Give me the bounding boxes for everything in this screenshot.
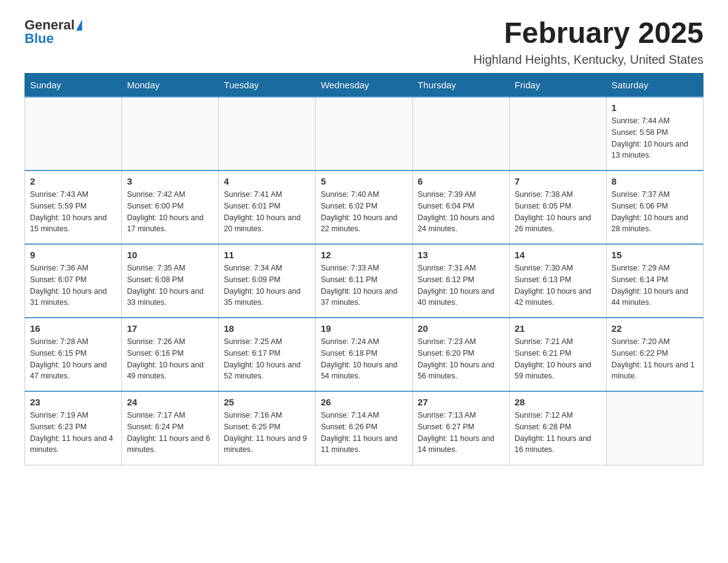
day-info: Sunrise: 7:21 AMSunset: 6:21 PMDaylight:… [515,336,601,382]
day-number: 19 [320,323,407,334]
calendar-week-row: 1Sunrise: 7:44 AMSunset: 5:58 PMDaylight… [25,97,703,170]
day-number: 15 [612,250,698,260]
day-info: Sunrise: 7:20 AMSunset: 6:22 PMDaylight:… [612,336,698,382]
day-number: 25 [224,397,310,407]
calendar-cell [122,97,219,170]
calendar-cell: 5Sunrise: 7:40 AMSunset: 6:02 PMDaylight… [316,170,412,244]
calendar-cell: 17Sunrise: 7:26 AMSunset: 6:16 PMDayligh… [122,318,219,391]
day-info: Sunrise: 7:29 AMSunset: 6:14 PMDaylight:… [612,262,698,308]
day-info: Sunrise: 7:24 AMSunset: 6:18 PMDaylight:… [320,336,407,382]
day-info: Sunrise: 7:34 AMSunset: 6:09 PMDaylight:… [224,262,310,308]
day-info: Sunrise: 7:17 AMSunset: 6:24 PMDaylight:… [127,410,213,456]
day-info: Sunrise: 7:43 AMSunset: 5:59 PMDaylight:… [30,189,116,235]
day-number: 22 [612,323,698,334]
day-number: 5 [320,176,407,186]
calendar-cell [219,97,316,170]
day-info: Sunrise: 7:33 AMSunset: 6:11 PMDaylight:… [320,262,407,308]
day-number: 20 [418,323,504,334]
day-info: Sunrise: 7:26 AMSunset: 6:16 PMDaylight:… [127,336,213,382]
day-number: 6 [418,176,504,186]
calendar-cell [606,391,703,465]
calendar-cell: 8Sunrise: 7:37 AMSunset: 6:06 PMDaylight… [606,170,703,244]
day-info: Sunrise: 7:40 AMSunset: 6:02 PMDaylight:… [320,189,407,235]
day-info: Sunrise: 7:41 AMSunset: 6:01 PMDaylight:… [224,189,310,235]
day-number: 21 [515,323,601,334]
calendar-week-row: 23Sunrise: 7:19 AMSunset: 6:23 PMDayligh… [25,391,703,465]
calendar-cell [25,97,122,170]
day-info: Sunrise: 7:13 AMSunset: 6:27 PMDaylight:… [418,410,504,456]
day-info: Sunrise: 7:42 AMSunset: 6:00 PMDaylight:… [127,189,213,235]
calendar-week-row: 16Sunrise: 7:28 AMSunset: 6:15 PMDayligh… [25,318,703,391]
calendar-header-tuesday: Tuesday [219,74,316,98]
calendar-cell: 28Sunrise: 7:12 AMSunset: 6:28 PMDayligh… [509,391,606,465]
calendar-header-saturday: Saturday [606,74,703,98]
calendar-cell: 3Sunrise: 7:42 AMSunset: 6:00 PMDaylight… [122,170,219,244]
calendar-cell: 11Sunrise: 7:34 AMSunset: 6:09 PMDayligh… [219,244,316,318]
day-info: Sunrise: 7:25 AMSunset: 6:17 PMDaylight:… [224,336,310,382]
title-section: February 2025 Highland Heights, Kentucky… [474,18,703,67]
day-number: 7 [515,176,601,186]
day-info: Sunrise: 7:39 AMSunset: 6:04 PMDaylight:… [418,189,504,235]
calendar-cell: 18Sunrise: 7:25 AMSunset: 6:17 PMDayligh… [219,318,316,391]
day-info: Sunrise: 7:30 AMSunset: 6:13 PMDaylight:… [515,262,601,308]
logo-triangle-icon [76,20,82,31]
page-header: General Blue February 2025 Highland Heig… [25,18,703,67]
calendar-header-monday: Monday [122,74,219,98]
calendar-week-row: 2Sunrise: 7:43 AMSunset: 5:59 PMDaylight… [25,170,703,244]
calendar-cell [509,97,606,170]
day-info: Sunrise: 7:16 AMSunset: 6:25 PMDaylight:… [224,410,310,456]
day-number: 28 [515,397,601,407]
calendar-cell: 26Sunrise: 7:14 AMSunset: 6:26 PMDayligh… [316,391,412,465]
day-number: 23 [30,397,116,407]
calendar-cell: 13Sunrise: 7:31 AMSunset: 6:12 PMDayligh… [412,244,509,318]
calendar-cell: 2Sunrise: 7:43 AMSunset: 5:59 PMDaylight… [25,170,122,244]
day-number: 4 [224,176,310,186]
calendar-header-row: SundayMondayTuesdayWednesdayThursdayFrid… [25,74,703,98]
calendar-cell [316,97,412,170]
calendar-cell: 4Sunrise: 7:41 AMSunset: 6:01 PMDaylight… [219,170,316,244]
calendar-header-sunday: Sunday [25,74,122,98]
day-number: 12 [320,250,407,260]
day-number: 26 [320,397,407,407]
day-info: Sunrise: 7:12 AMSunset: 6:28 PMDaylight:… [515,410,601,456]
month-year-title: February 2025 [474,18,703,48]
day-number: 16 [30,323,116,334]
day-info: Sunrise: 7:37 AMSunset: 6:06 PMDaylight:… [612,189,698,235]
calendar-cell: 14Sunrise: 7:30 AMSunset: 6:13 PMDayligh… [509,244,606,318]
day-number: 18 [224,323,310,334]
calendar-cell [412,97,509,170]
calendar-cell: 6Sunrise: 7:39 AMSunset: 6:04 PMDaylight… [412,170,509,244]
calendar-cell: 12Sunrise: 7:33 AMSunset: 6:11 PMDayligh… [316,244,412,318]
calendar-cell: 10Sunrise: 7:35 AMSunset: 6:08 PMDayligh… [122,244,219,318]
day-info: Sunrise: 7:14 AMSunset: 6:26 PMDaylight:… [320,410,407,456]
day-info: Sunrise: 7:36 AMSunset: 6:07 PMDaylight:… [30,262,116,308]
day-info: Sunrise: 7:44 AMSunset: 5:58 PMDaylight:… [612,115,698,161]
day-number: 9 [30,250,116,260]
calendar-cell: 27Sunrise: 7:13 AMSunset: 6:27 PMDayligh… [412,391,509,465]
calendar-table: SundayMondayTuesdayWednesdayThursdayFrid… [25,73,703,465]
day-info: Sunrise: 7:19 AMSunset: 6:23 PMDaylight:… [30,410,116,456]
calendar-header-thursday: Thursday [412,74,509,98]
day-number: 2 [30,176,116,186]
calendar-cell: 25Sunrise: 7:16 AMSunset: 6:25 PMDayligh… [219,391,316,465]
calendar-cell: 22Sunrise: 7:20 AMSunset: 6:22 PMDayligh… [606,318,703,391]
day-number: 3 [127,176,213,186]
calendar-header-friday: Friday [509,74,606,98]
day-info: Sunrise: 7:38 AMSunset: 6:05 PMDaylight:… [515,189,601,235]
calendar-week-row: 9Sunrise: 7:36 AMSunset: 6:07 PMDaylight… [25,244,703,318]
day-number: 13 [418,250,504,260]
calendar-cell: 7Sunrise: 7:38 AMSunset: 6:05 PMDaylight… [509,170,606,244]
calendar-header-wednesday: Wednesday [316,74,412,98]
calendar-cell: 15Sunrise: 7:29 AMSunset: 6:14 PMDayligh… [606,244,703,318]
calendar-cell: 20Sunrise: 7:23 AMSunset: 6:20 PMDayligh… [412,318,509,391]
calendar-cell: 1Sunrise: 7:44 AMSunset: 5:58 PMDaylight… [606,97,703,170]
location-subtitle: Highland Heights, Kentucky, United State… [474,53,703,67]
day-info: Sunrise: 7:23 AMSunset: 6:20 PMDaylight:… [418,336,504,382]
calendar-cell: 24Sunrise: 7:17 AMSunset: 6:24 PMDayligh… [122,391,219,465]
calendar-cell: 9Sunrise: 7:36 AMSunset: 6:07 PMDaylight… [25,244,122,318]
calendar-cell: 16Sunrise: 7:28 AMSunset: 6:15 PMDayligh… [25,318,122,391]
calendar-cell: 19Sunrise: 7:24 AMSunset: 6:18 PMDayligh… [316,318,412,391]
logo-blue: Blue [25,32,54,45]
day-info: Sunrise: 7:35 AMSunset: 6:08 PMDaylight:… [127,262,213,308]
day-number: 24 [127,397,213,407]
